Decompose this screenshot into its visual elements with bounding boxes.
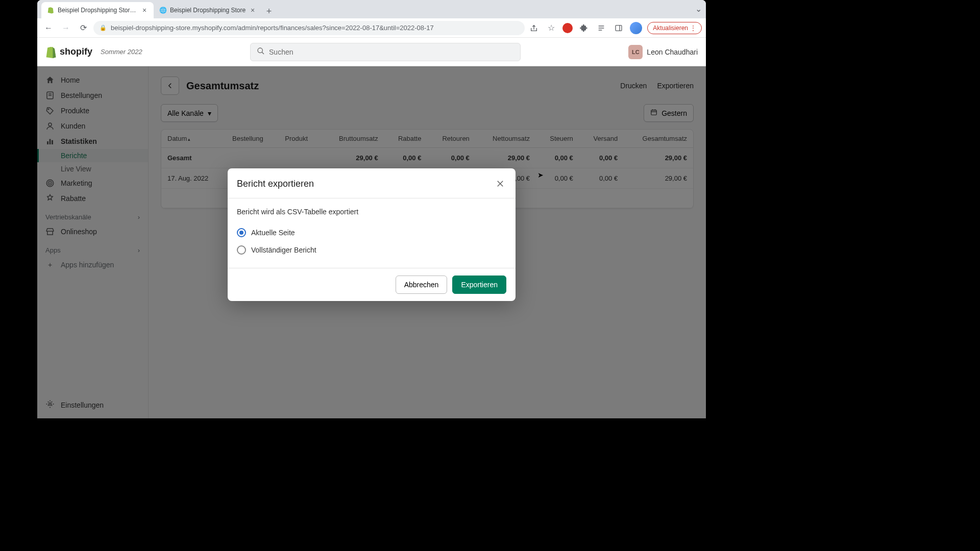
back-icon[interactable]: ← [41, 21, 56, 35]
address-bar: ← → ⟳ 🔒 beispiel-dropshipping-store.mysh… [37, 18, 706, 38]
user-avatar: LC [628, 45, 643, 59]
radio-icon [237, 245, 246, 255]
app-header: shopify Sommer 2022 Suchen LC Leon Chaud… [37, 38, 706, 66]
close-icon[interactable]: × [249, 6, 257, 14]
modal-title: Bericht exportieren [237, 179, 314, 189]
update-label: Aktualisieren [653, 24, 688, 32]
new-tab-button[interactable]: + [262, 4, 276, 18]
svg-rect-0 [616, 25, 622, 31]
shopify-logo[interactable]: shopify [45, 46, 92, 58]
menu-dots-icon: ⋮ [690, 24, 696, 32]
browser-tab-inactive[interactable]: 🌐 Beispiel Dropshipping Store × [154, 2, 262, 18]
profile-avatar-icon[interactable] [630, 22, 642, 34]
user-menu[interactable]: LC Leon Chaudhari [628, 45, 698, 59]
forward-icon[interactable]: → [59, 21, 73, 35]
share-icon[interactable] [528, 22, 540, 34]
reload-icon[interactable]: ⟳ [76, 21, 90, 35]
radio-icon [237, 228, 246, 237]
logo-text: shopify [60, 46, 92, 57]
url-input[interactable]: 🔒 beispiel-dropshipping-store.myshopify.… [93, 21, 525, 35]
globe-favicon-icon: 🌐 [159, 6, 167, 14]
shopify-favicon-icon [46, 6, 55, 14]
close-icon[interactable]: × [140, 6, 149, 14]
browser-tab-active[interactable]: Beispiel Dropshipping Store · F × [41, 2, 154, 18]
search-placeholder: Suchen [269, 48, 293, 56]
search-icon [257, 47, 265, 57]
modal-close-button[interactable] [494, 178, 506, 190]
export-modal: Bericht exportieren Bericht wird als CSV… [228, 168, 516, 301]
extension-badge-icon[interactable] [562, 23, 573, 33]
tab-overflow-icon[interactable]: ⌄ [695, 4, 702, 14]
svg-point-2 [258, 48, 262, 53]
radio-label: Vollständiger Bericht [251, 246, 316, 254]
browser-tab-strip: Beispiel Dropshipping Store · F × 🌐 Beis… [37, 0, 706, 18]
update-button[interactable]: Aktualisieren ⋮ [647, 22, 702, 34]
radio-full-report[interactable]: Vollständiger Bericht [237, 241, 506, 259]
side-panel-icon[interactable] [612, 22, 625, 34]
user-name: Leon Chaudhari [647, 48, 698, 56]
reading-list-icon[interactable] [595, 22, 607, 34]
cancel-button[interactable]: Abbrechen [396, 276, 448, 294]
radio-label: Aktuelle Seite [251, 229, 295, 237]
modal-description: Bericht wird als CSV-Tabelle exportiert [237, 208, 506, 216]
extensions-icon[interactable] [578, 22, 590, 34]
radio-current-page[interactable]: Aktuelle Seite [237, 224, 506, 241]
url-text: beispiel-dropshipping-store.myshopify.co… [111, 24, 434, 32]
bookmark-icon[interactable]: ☆ [545, 22, 557, 34]
tab-title: Beispiel Dropshipping Store [170, 7, 246, 14]
lock-icon: 🔒 [100, 24, 107, 31]
tab-title: Beispiel Dropshipping Store · F [58, 7, 137, 14]
search-input[interactable]: Suchen [250, 43, 521, 61]
confirm-export-button[interactable]: Exportieren [452, 276, 506, 294]
svg-line-3 [262, 52, 264, 54]
season-tag: Sommer 2022 [101, 48, 142, 56]
